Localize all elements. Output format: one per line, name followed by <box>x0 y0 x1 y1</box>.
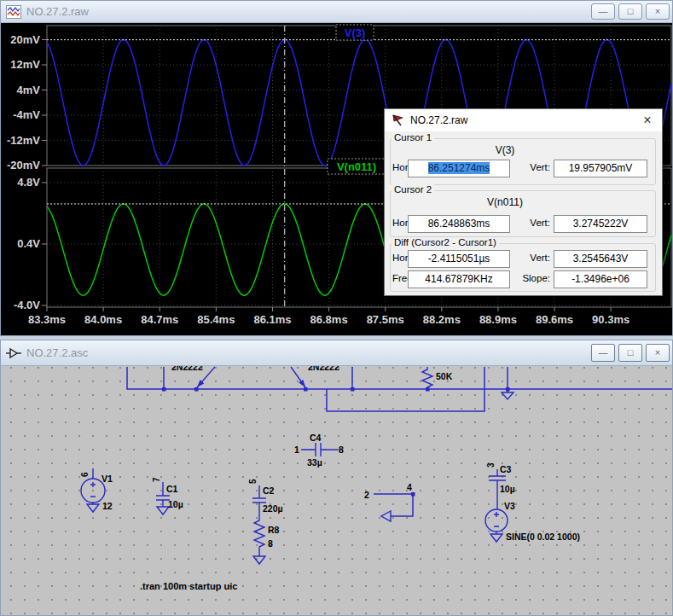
diff-slope-field[interactable]: -1.3496e+06 <box>554 270 647 288</box>
emitter-arrow-icon <box>299 380 305 387</box>
y-tick-label: -4.0V <box>14 299 40 311</box>
capacitor-c4[interactable]: C4 1 8 33µ <box>294 433 344 468</box>
transistor-q1[interactable]: 2N2222 <box>171 366 215 387</box>
c3-name: C3 <box>500 464 512 474</box>
v3-name: V3 <box>504 501 515 511</box>
y-tick-label: 20mV <box>10 33 40 46</box>
c3-value: 10µ <box>500 484 515 494</box>
diff-slope-label: Slope: <box>514 273 550 283</box>
capacitor-c4-pin1: 1 <box>294 445 299 455</box>
cursor-dialog-title: NO.27.2.raw <box>410 114 467 126</box>
trace-label[interactable]: V(n011) <box>337 160 376 173</box>
capacitor-c1[interactable]: 7 C1 10µ <box>152 477 183 514</box>
diff-vert-label: Vert: <box>521 253 550 263</box>
spice-directive[interactable]: .tran 100m startup uic <box>140 581 237 591</box>
cursor1-group-label: Cursor 1 <box>392 132 434 142</box>
ground-symbol <box>253 556 265 564</box>
c2-value: 220µ <box>263 503 283 514</box>
waveform-window-titlebar[interactable]: NO.27.2.raw — □ × <box>1 1 672 23</box>
pin-2-label: 2 <box>364 490 369 500</box>
resistor-50k[interactable]: 50K <box>422 367 453 389</box>
x-tick-label: 89.6ms <box>536 313 573 326</box>
voltage-source-v1[interactable]: 6 V1 12 <box>80 468 113 512</box>
cursor2-vert-field[interactable]: 3.2745222V <box>554 215 647 233</box>
r8-name: R8 <box>268 525 280 535</box>
x-tick-label: 84.7ms <box>141 313 178 326</box>
c2-name: C2 <box>263 485 275 496</box>
ground-symbol <box>490 534 502 542</box>
schematic-window-title: NO.27.2.asc <box>26 346 591 359</box>
diff-vert-field[interactable]: 3.2545643V <box>554 250 647 268</box>
ground-symbol <box>87 504 99 512</box>
dialog-close-icon[interactable]: × <box>638 111 657 130</box>
x-tick-label: 85.4ms <box>197 313 235 326</box>
x-tick-label: 88.2ms <box>423 313 461 326</box>
junction-dots <box>162 387 510 497</box>
close-button[interactable]: × <box>646 3 670 20</box>
minimize-button[interactable]: — <box>591 3 615 20</box>
schematic-drawing: 2N2222 2N2222 50K C4 1 8 <box>1 366 672 615</box>
capacitor-c4-value: 33µ <box>307 457 322 468</box>
x-tick-label: 84.0ms <box>84 313 122 326</box>
net-flag-3: 3 <box>486 462 496 468</box>
capacitor-c4-pin8: 8 <box>339 445 344 455</box>
transistor-q2-label: 2N2222 <box>308 366 339 372</box>
maximize-button[interactable]: □ <box>618 344 642 362</box>
cursor1-horz-value: 86.251274ms <box>428 162 490 174</box>
v1-name: V1 <box>102 474 113 484</box>
ground-symbol <box>157 507 169 514</box>
x-tick-label: 86.8ms <box>310 313 348 326</box>
y-tick-label: 4mV <box>17 84 41 96</box>
cursor2-vert-label: Vert: <box>521 218 550 228</box>
schematic-window: NO.27.2.asc — □ × <box>0 340 673 616</box>
cursor-dialog-titlebar[interactable]: NO.27.2.raw × <box>385 109 662 131</box>
cursor2-trace-name: V(n011) <box>390 196 620 208</box>
schematic-file-icon <box>6 346 21 360</box>
net-flag-6: 6 <box>80 472 90 477</box>
x-tick-label: 88.9ms <box>479 313 517 326</box>
x-tick-label: 83.3ms <box>28 313 66 326</box>
capacitor-c3-source-v3[interactable]: 3 C3 10µ V3 SINE(0 0.02 1000) <box>485 462 580 542</box>
y-tick-label: 0.4V <box>17 237 40 250</box>
minimize-button[interactable]: — <box>591 344 615 362</box>
net-flag-5: 5 <box>248 479 258 484</box>
transistor-q1-label: 2N2222 <box>171 366 203 372</box>
c1-value: 10µ <box>168 499 183 509</box>
cursor1-vert-label: Vert: <box>521 162 550 172</box>
y-tick-label: -4mV <box>13 108 40 121</box>
maximize-button[interactable]: □ <box>618 3 642 20</box>
cursor-dialog[interactable]: NO.27.2.raw × Cursor 1 V(3) Horz: 86.251… <box>384 108 663 296</box>
port-stub-2-4[interactable]: 2 4 <box>364 482 413 521</box>
waveform-window-title: NO.27.2.raw <box>26 5 591 18</box>
schematic-canvas[interactable]: 2N2222 2N2222 50K C4 1 8 <box>1 366 672 615</box>
c1-name: C1 <box>166 484 178 494</box>
r8-value: 8 <box>268 538 273 549</box>
net-flag-7: 7 <box>152 477 161 482</box>
diff-group-label: Diff (Cursor2 - Cursor1) <box>392 237 499 247</box>
cursor2-group-label: Cursor 2 <box>392 184 434 195</box>
ground-symbol[interactable] <box>502 392 513 399</box>
v1-value: 12 <box>102 501 113 511</box>
y-tick-label: -20mV <box>7 159 40 171</box>
capacitor-c4-name: C4 <box>310 433 322 443</box>
x-tick-label: 87.5ms <box>367 313 404 326</box>
close-button[interactable]: × <box>646 344 670 362</box>
lt-flag-icon <box>392 113 405 127</box>
port-arrow-icon <box>381 511 391 521</box>
v3-value: SINE(0 0.02 1000) <box>506 532 580 542</box>
cursor1-trace-name: V(3) <box>390 144 620 156</box>
transistor-q2[interactable]: 2N2222 <box>291 366 339 387</box>
x-tick-label: 90.3ms <box>592 313 629 326</box>
cursor1-horz-field[interactable]: 86.251274ms <box>408 160 510 177</box>
capacitor-c2-resistor-r8[interactable]: 5 C2 220µ R8 8 <box>248 479 283 564</box>
y-tick-label: 12mV <box>10 58 40 71</box>
y-tick-label: -12mV <box>7 134 40 147</box>
x-tick-label: 86.1ms <box>253 313 291 326</box>
diff-horz-field[interactable]: -2.4115051µs <box>408 250 510 268</box>
resistor-50k-value: 50K <box>436 371 453 381</box>
trace-label[interactable]: V(3) <box>345 26 366 39</box>
cursor1-vert-field[interactable]: 19.957905mV <box>554 160 647 177</box>
cursor2-horz-field[interactable]: 86.248863ms <box>408 215 510 233</box>
diff-freq-field[interactable]: 414.67879KHz <box>408 270 510 288</box>
schematic-window-titlebar[interactable]: NO.27.2.asc — □ × <box>1 340 672 366</box>
